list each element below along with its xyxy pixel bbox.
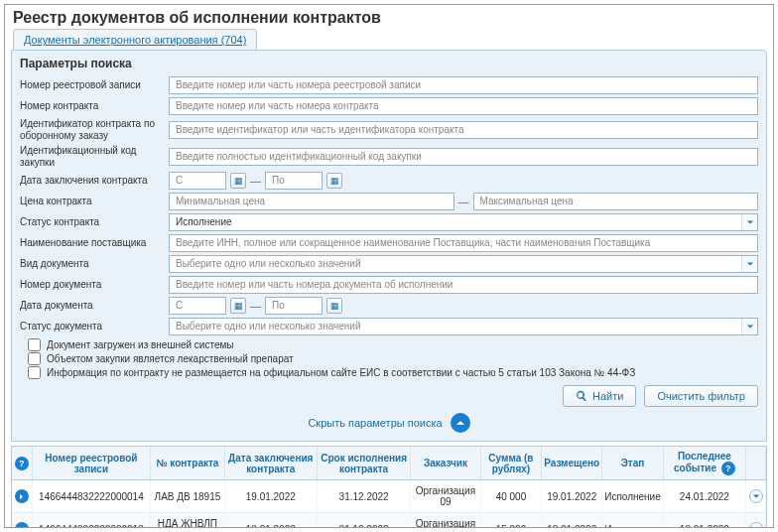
label-contract-status: Статус контракта	[20, 216, 169, 228]
price-separator: —	[458, 196, 469, 207]
table-row: 1466444832222000014ЛАВ ДВ 1891519.01.202…	[12, 480, 766, 513]
cell-last-event: 24.01.2022	[663, 480, 745, 513]
cell-published: 18.01.2022	[542, 513, 602, 529]
tab-electronic-docs[interactable]: Документы электронного актирования (704)	[13, 29, 257, 50]
max-price-input[interactable]: Максимальная цена	[473, 193, 759, 210]
find-button-label: Найти	[592, 390, 623, 402]
cell-published: 19.01.2022	[542, 480, 602, 513]
date-separator: —	[250, 300, 261, 312]
expand-row-icon[interactable]	[15, 489, 29, 503]
cell-stage: Исполнение	[602, 513, 664, 529]
cell-reg-number: 1466444832222000014	[32, 480, 151, 513]
external-system-checkbox[interactable]	[28, 338, 41, 351]
collapse-toggle[interactable]: Скрыть параметры поиска	[20, 413, 758, 433]
label-defense-id: Идентификатор контракта по оборонному за…	[20, 118, 169, 142]
col-stage[interactable]: Этап	[602, 447, 664, 480]
help-icon[interactable]: ?	[721, 462, 735, 475]
contract-date-group: С ▦ — По ▦	[169, 172, 342, 190]
find-button[interactable]: Найти	[563, 385, 636, 407]
help-icon[interactable]: ?	[15, 457, 29, 470]
contract-date-to-input[interactable]: По	[265, 172, 323, 190]
label-purchase-id: Идентификационный код закупки	[20, 145, 169, 169]
supplier-input[interactable]: Введите ИНН, полное или сокращенное наим…	[169, 234, 758, 252]
row-actions-dropdown[interactable]	[749, 522, 763, 528]
tab-bar: Документы электронного актирования (704)	[5, 29, 773, 50]
min-price-input[interactable]: Минимальная цена	[169, 193, 454, 210]
purchase-id-input[interactable]: Введите полностью идентификационный код …	[169, 148, 758, 166]
contract-number-input[interactable]: Введите номер или часть номера контракта	[169, 97, 758, 115]
cell-exec-date: 31.12.2022	[318, 480, 411, 513]
cell-customer: Организация 45	[411, 513, 481, 529]
chevron-down-icon[interactable]	[741, 319, 757, 334]
calendar-icon[interactable]: ▦	[326, 173, 342, 189]
search-icon	[576, 390, 587, 402]
label-doc-number: Номер документа	[20, 279, 169, 291]
cell-sum: 40 000	[480, 480, 541, 513]
table-row: 1466444832222000013НДА ЖНВЛП для бага18.…	[12, 513, 766, 529]
date-separator: —	[250, 175, 261, 187]
clear-filter-label: Очистить фильтр	[657, 390, 745, 402]
doc-status-select[interactable]: Выберите одно или несколько значений	[169, 318, 758, 335]
col-contract-date[interactable]: Дата заключения контракта	[224, 447, 318, 480]
label-contract-number: Номер контракта	[20, 100, 169, 112]
external-system-label: Документ загружен из внешней системы	[47, 339, 234, 350]
col-sum[interactable]: Сумма (в рублях)	[480, 447, 541, 480]
col-customer[interactable]: Заказчик	[411, 447, 481, 480]
collapse-label: Скрыть параметры поиска	[308, 417, 442, 429]
col-last-event[interactable]: Последнее событие ?	[663, 447, 745, 480]
not-published-label: Информация по контракту не размещается н…	[47, 367, 635, 378]
clear-filter-button[interactable]: Очистить фильтр	[644, 385, 758, 407]
label-reg-number: Номер реестровой записи	[20, 79, 169, 91]
label-doc-status: Статус документа	[20, 321, 169, 332]
row-actions-dropdown[interactable]	[749, 489, 763, 503]
cell-exec-date: 31.12.2022	[318, 513, 411, 529]
label-supplier: Наименование поставщика	[20, 237, 169, 249]
medicine-checkbox[interactable]	[28, 352, 41, 365]
col-contract-number[interactable]: № контракта	[151, 447, 224, 480]
contract-date-from-input[interactable]: С	[169, 172, 226, 190]
expand-row-icon[interactable]	[15, 522, 29, 528]
results-table: ? Номер реестровой записи № контракта Да…	[11, 446, 767, 528]
cell-contract-date: 18.01.2022	[224, 513, 318, 529]
page-title: Реестр документов об исполнении контракт…	[5, 5, 773, 29]
medicine-label: Объектом закупки является лекарственный …	[47, 353, 294, 364]
chevron-down-icon[interactable]	[741, 214, 757, 230]
defense-id-input[interactable]: Введите идентификатор или часть идентифи…	[169, 121, 758, 139]
reg-number-input[interactable]: Введите номер или часть номера реестрово…	[169, 76, 758, 94]
chevron-up-icon	[451, 413, 470, 433]
cell-sum: 15 000	[480, 513, 541, 529]
cell-last-event: 18.01.2022	[663, 513, 745, 529]
calendar-icon[interactable]: ▦	[230, 298, 246, 314]
chevron-down-icon[interactable]	[741, 256, 757, 272]
label-contract-price: Цена контракта	[20, 196, 169, 207]
search-section-title: Параметры поиска	[20, 57, 758, 70]
doc-date-to-input[interactable]: По	[265, 297, 323, 315]
doc-date-group: С ▦ — По ▦	[169, 297, 342, 315]
contract-status-select[interactable]: Исполнение	[169, 213, 758, 231]
doc-type-select[interactable]: Выберите одно или несколько значений	[169, 255, 758, 273]
search-panel: Параметры поиска Номер реестровой записи…	[11, 50, 767, 442]
cell-reg-number: 1466444832222000013	[32, 513, 151, 529]
cell-contract-number: НДА ЖНВЛП для бага	[151, 513, 224, 529]
col-exec-date[interactable]: Срок исполнения контракта	[318, 447, 411, 480]
cell-contract-date: 19.01.2022	[224, 480, 318, 513]
cell-stage: Исполнение	[602, 480, 664, 513]
not-published-checkbox[interactable]	[28, 366, 41, 379]
col-published[interactable]: Размещено	[542, 447, 602, 480]
label-doc-date: Дата документа	[20, 300, 169, 312]
cell-customer: Организация 09	[411, 480, 481, 513]
label-contract-date: Дата заключения контракта	[20, 175, 169, 187]
calendar-icon[interactable]: ▦	[230, 173, 246, 189]
cell-contract-number: ЛАВ ДВ 18915	[151, 480, 224, 513]
label-doc-type: Вид документа	[20, 258, 169, 270]
calendar-icon[interactable]: ▦	[326, 298, 342, 314]
doc-number-input[interactable]: Введите номер или часть номера документа…	[169, 276, 758, 294]
col-reg-number[interactable]: Номер реестровой записи	[32, 447, 151, 480]
doc-date-from-input[interactable]: С	[169, 297, 226, 315]
